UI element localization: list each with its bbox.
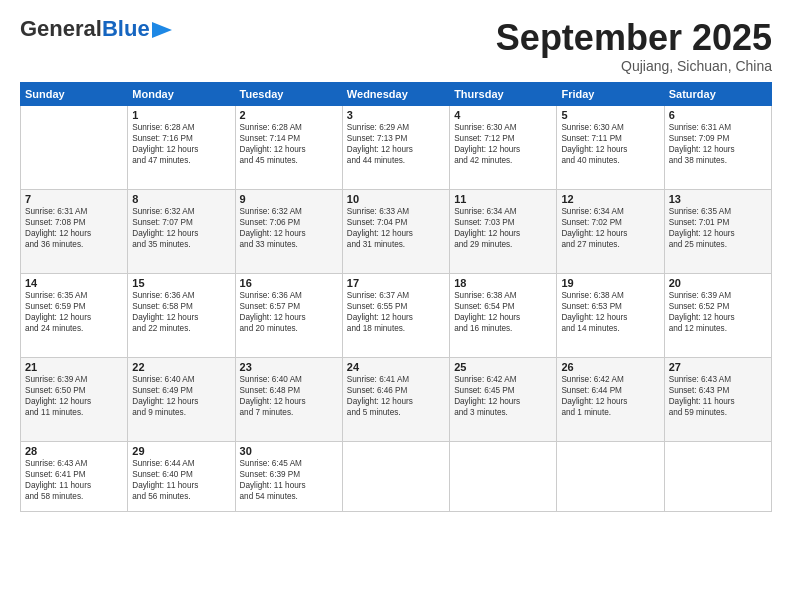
day-info: Sunrise: 6:39 AMSunset: 6:50 PMDaylight:… xyxy=(25,374,123,418)
col-thursday: Thursday xyxy=(450,82,557,105)
col-sunday: Sunday xyxy=(21,82,128,105)
day-info: Sunrise: 6:45 AMSunset: 6:39 PMDaylight:… xyxy=(240,458,338,502)
calendar-cell: 26Sunrise: 6:42 AMSunset: 6:44 PMDayligh… xyxy=(557,357,664,441)
calendar-cell: 6Sunrise: 6:31 AMSunset: 7:09 PMDaylight… xyxy=(664,105,771,189)
day-info: Sunrise: 6:34 AMSunset: 7:02 PMDaylight:… xyxy=(561,206,659,250)
day-number: 10 xyxy=(347,193,445,205)
day-info: Sunrise: 6:33 AMSunset: 7:04 PMDaylight:… xyxy=(347,206,445,250)
day-info: Sunrise: 6:40 AMSunset: 6:48 PMDaylight:… xyxy=(240,374,338,418)
calendar-cell: 10Sunrise: 6:33 AMSunset: 7:04 PMDayligh… xyxy=(342,189,449,273)
header-row: Sunday Monday Tuesday Wednesday Thursday… xyxy=(21,82,772,105)
day-number: 17 xyxy=(347,277,445,289)
day-number: 5 xyxy=(561,109,659,121)
day-number: 18 xyxy=(454,277,552,289)
day-number: 14 xyxy=(25,277,123,289)
calendar-cell: 18Sunrise: 6:38 AMSunset: 6:54 PMDayligh… xyxy=(450,273,557,357)
calendar-cell: 25Sunrise: 6:42 AMSunset: 6:45 PMDayligh… xyxy=(450,357,557,441)
calendar-table: Sunday Monday Tuesday Wednesday Thursday… xyxy=(20,82,772,512)
day-info: Sunrise: 6:40 AMSunset: 6:49 PMDaylight:… xyxy=(132,374,230,418)
day-info: Sunrise: 6:31 AMSunset: 7:08 PMDaylight:… xyxy=(25,206,123,250)
day-number: 8 xyxy=(132,193,230,205)
calendar-cell xyxy=(664,441,771,511)
day-info: Sunrise: 6:43 AMSunset: 6:41 PMDaylight:… xyxy=(25,458,123,502)
week-row-4: 21Sunrise: 6:39 AMSunset: 6:50 PMDayligh… xyxy=(21,357,772,441)
page-header: GeneralBlue September 2025 Qujiang, Sich… xyxy=(20,18,772,74)
calendar-cell: 20Sunrise: 6:39 AMSunset: 6:52 PMDayligh… xyxy=(664,273,771,357)
calendar-cell: 22Sunrise: 6:40 AMSunset: 6:49 PMDayligh… xyxy=(128,357,235,441)
calendar-cell: 2Sunrise: 6:28 AMSunset: 7:14 PMDaylight… xyxy=(235,105,342,189)
day-number: 7 xyxy=(25,193,123,205)
col-friday: Friday xyxy=(557,82,664,105)
day-info: Sunrise: 6:38 AMSunset: 6:53 PMDaylight:… xyxy=(561,290,659,334)
col-wednesday: Wednesday xyxy=(342,82,449,105)
day-info: Sunrise: 6:34 AMSunset: 7:03 PMDaylight:… xyxy=(454,206,552,250)
calendar-cell xyxy=(450,441,557,511)
week-row-5: 28Sunrise: 6:43 AMSunset: 6:41 PMDayligh… xyxy=(21,441,772,511)
calendar-cell: 21Sunrise: 6:39 AMSunset: 6:50 PMDayligh… xyxy=(21,357,128,441)
logo: GeneralBlue xyxy=(20,18,172,40)
day-info: Sunrise: 6:44 AMSunset: 6:40 PMDaylight:… xyxy=(132,458,230,502)
logo-general: General xyxy=(20,16,102,41)
day-info: Sunrise: 6:35 AMSunset: 7:01 PMDaylight:… xyxy=(669,206,767,250)
day-info: Sunrise: 6:30 AMSunset: 7:11 PMDaylight:… xyxy=(561,122,659,166)
calendar-cell: 24Sunrise: 6:41 AMSunset: 6:46 PMDayligh… xyxy=(342,357,449,441)
col-saturday: Saturday xyxy=(664,82,771,105)
day-info: Sunrise: 6:28 AMSunset: 7:16 PMDaylight:… xyxy=(132,122,230,166)
calendar-cell: 12Sunrise: 6:34 AMSunset: 7:02 PMDayligh… xyxy=(557,189,664,273)
svg-marker-0 xyxy=(152,22,172,38)
month-title: September 2025 xyxy=(496,18,772,58)
day-number: 13 xyxy=(669,193,767,205)
day-number: 25 xyxy=(454,361,552,373)
calendar-cell: 14Sunrise: 6:35 AMSunset: 6:59 PMDayligh… xyxy=(21,273,128,357)
day-info: Sunrise: 6:32 AMSunset: 7:06 PMDaylight:… xyxy=(240,206,338,250)
day-number: 28 xyxy=(25,445,123,457)
col-tuesday: Tuesday xyxy=(235,82,342,105)
calendar-cell: 4Sunrise: 6:30 AMSunset: 7:12 PMDaylight… xyxy=(450,105,557,189)
day-info: Sunrise: 6:32 AMSunset: 7:07 PMDaylight:… xyxy=(132,206,230,250)
calendar-cell: 7Sunrise: 6:31 AMSunset: 7:08 PMDaylight… xyxy=(21,189,128,273)
calendar-cell: 15Sunrise: 6:36 AMSunset: 6:58 PMDayligh… xyxy=(128,273,235,357)
day-info: Sunrise: 6:39 AMSunset: 6:52 PMDaylight:… xyxy=(669,290,767,334)
calendar-cell: 9Sunrise: 6:32 AMSunset: 7:06 PMDaylight… xyxy=(235,189,342,273)
calendar-cell: 1Sunrise: 6:28 AMSunset: 7:16 PMDaylight… xyxy=(128,105,235,189)
day-number: 20 xyxy=(669,277,767,289)
day-number: 29 xyxy=(132,445,230,457)
calendar-cell xyxy=(557,441,664,511)
day-info: Sunrise: 6:31 AMSunset: 7:09 PMDaylight:… xyxy=(669,122,767,166)
day-info: Sunrise: 6:30 AMSunset: 7:12 PMDaylight:… xyxy=(454,122,552,166)
calendar-cell xyxy=(21,105,128,189)
day-number: 6 xyxy=(669,109,767,121)
day-number: 2 xyxy=(240,109,338,121)
day-info: Sunrise: 6:35 AMSunset: 6:59 PMDaylight:… xyxy=(25,290,123,334)
day-number: 26 xyxy=(561,361,659,373)
calendar-cell xyxy=(342,441,449,511)
day-number: 12 xyxy=(561,193,659,205)
title-area: September 2025 Qujiang, Sichuan, China xyxy=(496,18,772,74)
calendar-cell: 3Sunrise: 6:29 AMSunset: 7:13 PMDaylight… xyxy=(342,105,449,189)
day-info: Sunrise: 6:28 AMSunset: 7:14 PMDaylight:… xyxy=(240,122,338,166)
col-monday: Monday xyxy=(128,82,235,105)
calendar-cell: 28Sunrise: 6:43 AMSunset: 6:41 PMDayligh… xyxy=(21,441,128,511)
calendar-cell: 8Sunrise: 6:32 AMSunset: 7:07 PMDaylight… xyxy=(128,189,235,273)
day-info: Sunrise: 6:42 AMSunset: 6:44 PMDaylight:… xyxy=(561,374,659,418)
day-number: 3 xyxy=(347,109,445,121)
day-info: Sunrise: 6:38 AMSunset: 6:54 PMDaylight:… xyxy=(454,290,552,334)
day-number: 27 xyxy=(669,361,767,373)
location-subtitle: Qujiang, Sichuan, China xyxy=(496,58,772,74)
day-number: 16 xyxy=(240,277,338,289)
calendar-cell: 17Sunrise: 6:37 AMSunset: 6:55 PMDayligh… xyxy=(342,273,449,357)
calendar-cell: 29Sunrise: 6:44 AMSunset: 6:40 PMDayligh… xyxy=(128,441,235,511)
day-info: Sunrise: 6:29 AMSunset: 7:13 PMDaylight:… xyxy=(347,122,445,166)
day-number: 22 xyxy=(132,361,230,373)
day-info: Sunrise: 6:41 AMSunset: 6:46 PMDaylight:… xyxy=(347,374,445,418)
day-number: 9 xyxy=(240,193,338,205)
calendar-cell: 11Sunrise: 6:34 AMSunset: 7:03 PMDayligh… xyxy=(450,189,557,273)
calendar-cell: 23Sunrise: 6:40 AMSunset: 6:48 PMDayligh… xyxy=(235,357,342,441)
week-row-3: 14Sunrise: 6:35 AMSunset: 6:59 PMDayligh… xyxy=(21,273,772,357)
logo-text: GeneralBlue xyxy=(20,18,150,40)
day-number: 21 xyxy=(25,361,123,373)
day-number: 19 xyxy=(561,277,659,289)
day-info: Sunrise: 6:37 AMSunset: 6:55 PMDaylight:… xyxy=(347,290,445,334)
day-info: Sunrise: 6:43 AMSunset: 6:43 PMDaylight:… xyxy=(669,374,767,418)
day-number: 11 xyxy=(454,193,552,205)
